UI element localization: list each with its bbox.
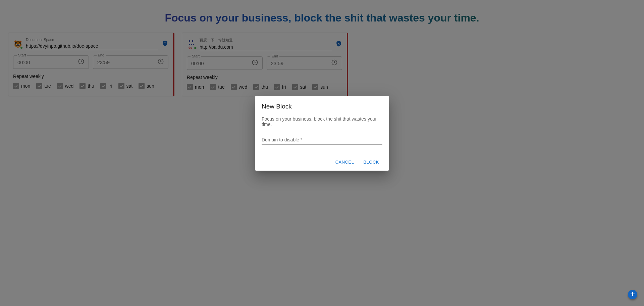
block-button[interactable]: BLOCK	[360, 157, 382, 167]
domain-input[interactable]	[262, 135, 382, 145]
modal-overlay[interactable]: New Block Focus on your business, block …	[0, 0, 644, 306]
dialog-title: New Block	[262, 103, 382, 110]
dialog-subtitle: Focus on your business, block the shit t…	[262, 116, 382, 127]
new-block-dialog: New Block Focus on your business, block …	[255, 96, 389, 171]
cancel-button[interactable]: CANCEL	[332, 157, 358, 167]
dialog-actions: CANCEL BLOCK	[262, 157, 382, 167]
plus-icon	[630, 291, 636, 298]
add-block-fab[interactable]	[628, 290, 637, 299]
